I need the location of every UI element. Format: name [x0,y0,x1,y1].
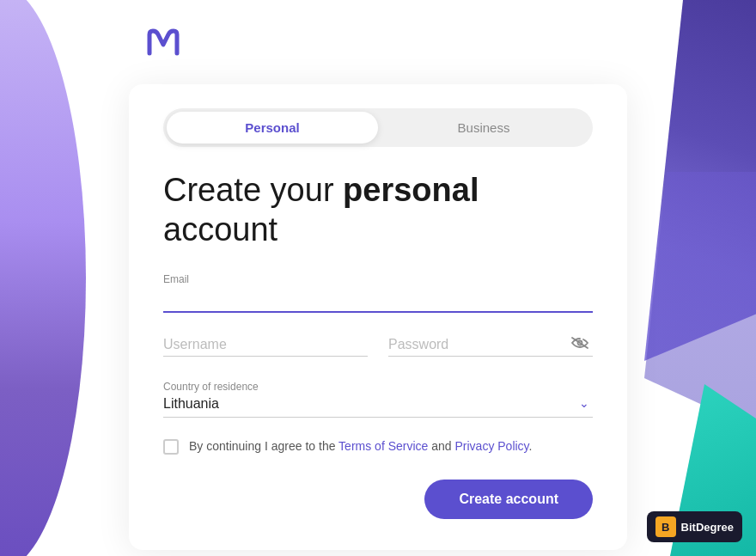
heading-highlight: personal [343,172,479,208]
username-input[interactable] [163,333,368,356]
username-password-row [163,333,593,357]
country-dropdown[interactable]: Country of residence Lithuania ⌄ [163,377,593,418]
password-input-wrap [388,333,593,357]
tab-personal[interactable]: Personal [167,112,378,144]
terms-text: By continuing I agree to the Terms of Se… [189,438,532,455]
heading-suffix: account [163,211,277,247]
email-field-group: Email [163,273,593,313]
terms-checkbox[interactable] [163,439,179,455]
email-input[interactable] [163,289,593,311]
bitdegree-text: BitDegree [681,521,734,534]
main-content: Personal Business Create your personal a… [129,0,627,550]
terms-of-service-link[interactable]: Terms of Service [338,439,428,453]
bg-decoration-left [0,0,120,556]
terms-text-middle: and [428,439,454,453]
bg-decoration-right [619,0,756,556]
password-input[interactable] [388,333,593,356]
terms-checkbox-row: By continuing I agree to the Terms of Se… [163,438,593,455]
terms-text-before: By continuing I agree to the [189,439,338,453]
terms-text-after: . [529,439,533,453]
password-toggle-icon[interactable] [570,336,589,353]
bitdegree-icon: B [655,516,676,537]
chevron-down-icon: ⌄ [579,396,589,410]
tab-switcher: Personal Business [163,108,593,147]
form-card: Personal Business Create your personal a… [129,84,627,550]
privacy-policy-link[interactable]: Privacy Policy [454,439,528,453]
submit-row: Create account [163,480,593,519]
create-account-button[interactable]: Create account [424,480,593,519]
password-field-group [388,333,593,357]
email-input-wrap [163,289,593,313]
page-heading: Create your personal account [163,171,593,249]
bitdegree-badge: B BitDegree [647,511,742,542]
country-label: Country of residence [163,381,593,393]
logo-icon [146,26,191,60]
heading-prefix: Create your [163,172,343,208]
country-value: Lithuania [163,394,593,413]
tab-business[interactable]: Business [378,112,589,144]
logo [129,26,627,64]
username-input-wrap [163,333,368,357]
username-field-group [163,333,368,357]
email-label: Email [163,273,593,285]
